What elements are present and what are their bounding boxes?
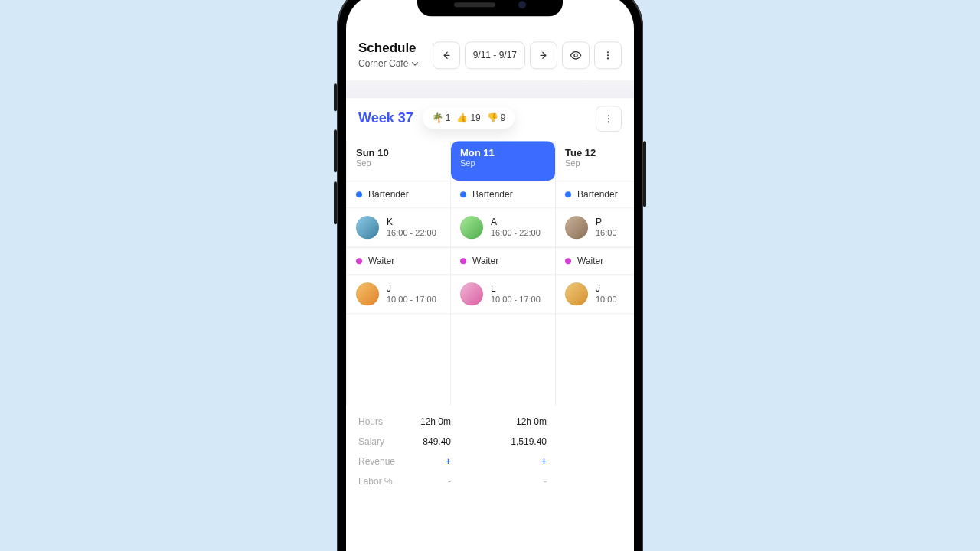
avatar	[460, 216, 483, 239]
svg-point-2	[607, 54, 609, 56]
more-vertical-icon	[603, 50, 613, 60]
eye-icon	[570, 49, 582, 61]
week-label[interactable]: Week 37	[358, 110, 413, 126]
chevron-down-icon	[411, 60, 419, 67]
phone-speaker	[454, 2, 495, 7]
thumbs-up-count: 19	[470, 112, 480, 123]
shift-time: 16:00 - 22:00	[491, 228, 541, 237]
avatar	[565, 216, 588, 239]
palm-count: 1	[446, 112, 451, 123]
more-button[interactable]	[594, 41, 622, 69]
phone-side-button	[334, 129, 337, 172]
shift-time: 16:00 - 22:00	[387, 228, 436, 237]
day-month: Sep	[356, 158, 441, 168]
svg-point-0	[574, 54, 577, 57]
day-name: Mon 11	[460, 147, 546, 158]
role-dot-icon	[565, 258, 571, 264]
day-column: Sun 10SepBartenderK16:00 - 22:00WaiterJ1…	[346, 141, 451, 406]
visibility-button[interactable]	[562, 41, 590, 69]
role-dot-icon	[565, 191, 571, 197]
stat-value: -	[401, 476, 451, 487]
shift-time: 10:00	[596, 295, 617, 304]
stat-value[interactable]: +	[401, 456, 451, 467]
arrow-left-icon	[441, 50, 452, 60]
phone-side-button	[643, 141, 646, 207]
role-header: Bartender	[347, 181, 450, 208]
shift-person: K	[387, 218, 436, 228]
phone-screen: Schedule Corner Café 9/11 - 9/17	[346, 0, 634, 551]
shift-cell[interactable]: L10:00 - 17:00	[451, 275, 555, 314]
day-header[interactable]: Tue 12Sep	[556, 141, 634, 181]
prev-week-button[interactable]	[433, 41, 460, 69]
location-selector[interactable]: Corner Café	[358, 58, 419, 69]
stat-value: 12h 0m	[451, 416, 556, 427]
shift-person: J	[387, 285, 436, 295]
shift-time: 16:00	[596, 228, 617, 237]
stat-label: Hours	[346, 416, 401, 427]
stat-value: -	[451, 476, 556, 487]
empty-space	[556, 314, 634, 406]
svg-point-4	[608, 115, 609, 116]
shift-time: 10:00 - 17:00	[387, 295, 436, 304]
empty-space	[451, 314, 555, 406]
stat-row: Labor % - -	[346, 471, 634, 491]
phone-notch	[417, 0, 563, 16]
role-header: Waiter	[451, 247, 555, 275]
svg-point-6	[608, 121, 609, 122]
stat-value: 12h 0m	[401, 416, 451, 427]
shift-cell[interactable]: J10:00	[556, 275, 634, 314]
thumbs-down-count: 9	[501, 112, 506, 123]
day-header[interactable]: Sun 10Sep	[347, 141, 450, 181]
stat-row: Revenue + +	[346, 452, 634, 471]
phone-frame: Schedule Corner Café 9/11 - 9/17	[337, 0, 643, 551]
phone-camera	[518, 1, 526, 8]
day-column: Tue 12SepBartenderP16:00WaiterJ10:00	[556, 141, 634, 406]
thumbs-down-icon: 👎	[487, 112, 498, 123]
thumbs-up-icon: 👍	[456, 112, 468, 123]
role-label: Waiter	[368, 256, 394, 266]
shift-time: 10:00 - 17:00	[491, 295, 541, 304]
date-range-button[interactable]: 9/11 - 9/17	[465, 41, 525, 69]
stats-section: Hours 12h 0m 12h 0mSalary 849.40 1,519.4…	[346, 406, 634, 491]
role-label: Bartender	[368, 189, 409, 200]
days-row[interactable]: Sun 10SepBartenderK16:00 - 22:00WaiterJ1…	[346, 141, 634, 406]
role-label: Bartender	[577, 189, 618, 200]
shift-person: J	[596, 285, 617, 295]
role-dot-icon	[356, 258, 362, 264]
day-header[interactable]: Mon 11Sep	[451, 141, 555, 181]
empty-space	[347, 314, 450, 406]
role-header: Bartender	[451, 181, 555, 208]
section-divider	[346, 81, 634, 98]
stat-value[interactable]: +	[451, 456, 556, 467]
svg-point-3	[607, 57, 609, 59]
role-header: Bartender	[556, 181, 634, 208]
role-label: Waiter	[577, 256, 603, 266]
shift-person: L	[491, 285, 541, 295]
role-label: Bartender	[472, 189, 513, 200]
shift-cell[interactable]: A16:00 - 22:00	[451, 208, 555, 247]
stat-label: Salary	[346, 436, 401, 447]
role-dot-icon	[356, 191, 362, 197]
palm-icon: 🌴	[432, 112, 443, 123]
stat-label: Revenue	[346, 456, 401, 467]
svg-point-1	[607, 51, 609, 53]
stat-value: 849.40	[401, 436, 451, 447]
day-month: Sep	[565, 158, 634, 168]
week-more-button[interactable]	[596, 106, 622, 132]
shift-cell[interactable]: P16:00	[556, 208, 634, 247]
shift-cell[interactable]: J10:00 - 17:00	[347, 275, 450, 314]
role-header: Waiter	[556, 247, 634, 275]
day-name: Tue 12	[565, 147, 634, 158]
shift-person: A	[491, 218, 541, 228]
page-title: Schedule	[358, 41, 419, 56]
day-month: Sep	[460, 158, 546, 168]
stat-value: 1,519.40	[451, 436, 556, 447]
role-header: Waiter	[347, 247, 450, 275]
shift-cell[interactable]: K16:00 - 22:00	[347, 208, 450, 247]
next-week-button[interactable]	[530, 41, 557, 69]
day-column: Mon 11SepBartenderA16:00 - 22:00WaiterL1…	[451, 141, 556, 406]
more-vertical-icon	[603, 113, 614, 124]
avatar	[356, 216, 379, 239]
week-stats-pill[interactable]: 🌴1 👍19 👎9	[423, 107, 515, 129]
arrow-right-icon	[538, 50, 549, 60]
